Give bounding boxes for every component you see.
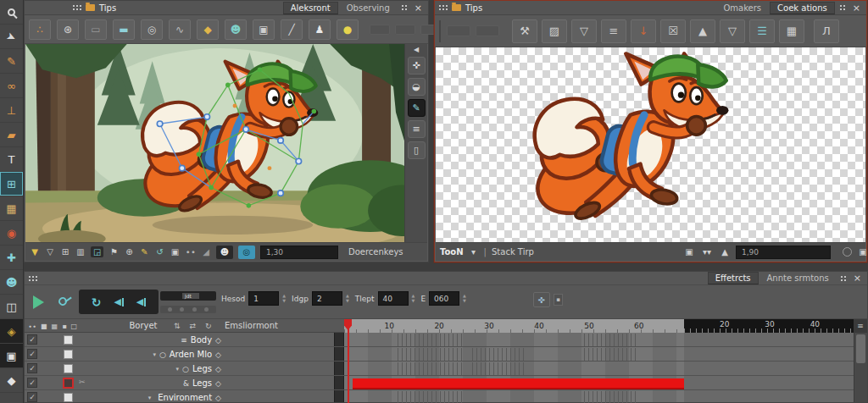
frames-area[interactable] xyxy=(344,347,684,361)
field-spinner[interactable]: ▲▼ xyxy=(346,294,349,303)
timeline-vertical-scrollbar[interactable] xyxy=(854,333,867,402)
import-button[interactable]: ↓ xyxy=(631,19,656,43)
cycle-button[interactable]: ↺ xyxy=(154,247,164,257)
panel-tab[interactable]: Observing xyxy=(340,3,397,14)
frame-tool-button[interactable]: ▣ xyxy=(0,344,23,368)
play-button[interactable] xyxy=(33,295,44,309)
image-tool-button[interactable]: ▦ xyxy=(0,196,23,221)
region-button[interactable]: ▬ xyxy=(113,19,135,40)
field-spinner[interactable]: ▲▼ xyxy=(282,294,286,303)
ghost-mode-button[interactable]: ☻ xyxy=(216,246,233,259)
target-button[interactable]: ◎ xyxy=(141,19,163,40)
corner-button[interactable]: ◢ xyxy=(201,247,211,257)
dots-icon[interactable]: ∙∙ xyxy=(28,323,36,330)
field-spinner[interactable]: ▲▼ xyxy=(463,294,466,303)
slash-button[interactable]: ╱ xyxy=(281,19,303,40)
zoom-input[interactable]: 1,90 xyxy=(736,246,831,259)
frames-area-extended[interactable] xyxy=(684,390,855,402)
close-icon[interactable]: × xyxy=(850,3,863,14)
swap-icon[interactable]: ⇄ xyxy=(190,322,197,330)
record-tool-button[interactable]: ◉ xyxy=(0,221,23,246)
panel-grip[interactable] xyxy=(839,4,846,11)
fox-character[interactable] xyxy=(124,49,346,239)
sort-icon[interactable]: ⇅ xyxy=(174,322,181,330)
layers-tool-button[interactable]: ◫ xyxy=(0,295,23,319)
levels-button[interactable]: ☰ xyxy=(749,19,775,43)
scene-canvas[interactable] xyxy=(25,44,406,243)
frame-ruler[interactable]: 102030405060 xyxy=(344,319,684,333)
center-button[interactable]: ⊕ xyxy=(124,247,134,257)
frames-area[interactable] xyxy=(344,333,684,346)
character-button[interactable]: ☻ xyxy=(225,19,247,40)
fox-character[interactable] xyxy=(510,49,763,240)
figure-button[interactable]: ♟ xyxy=(309,19,331,40)
keyframe-diamond-icon[interactable]: ◇ xyxy=(215,351,221,359)
field-value-input[interactable]: 40 xyxy=(378,291,409,306)
circle-button[interactable] xyxy=(843,247,852,257)
up-button[interactable]: ▲ xyxy=(690,19,715,43)
panel-tab[interactable]: Omakers xyxy=(716,3,768,14)
expand-chevron-icon[interactable]: ▾ xyxy=(153,351,156,358)
frames-area-extended[interactable] xyxy=(684,362,855,375)
table-button[interactable]: ▦ xyxy=(779,19,804,43)
transform-tool-button[interactable]: ⊞ xyxy=(0,172,23,196)
dots-button[interactable]: ∙∙ xyxy=(185,247,196,257)
gauge-button[interactable]: ◒ xyxy=(408,78,426,96)
panel-grip[interactable] xyxy=(438,4,448,11)
pan-button[interactable]: ✜ xyxy=(533,292,550,307)
layer-name[interactable]: Body xyxy=(191,335,212,345)
tag-tool-button[interactable]: ◈ xyxy=(0,319,23,344)
visibility-checkbox[interactable]: ✓ xyxy=(27,363,37,373)
slot-button[interactable]: ▭ xyxy=(85,19,107,40)
field-value-input[interactable]: 2 xyxy=(312,291,342,306)
save-button[interactable]: ▯ xyxy=(408,141,426,159)
flower-button[interactable]: ⊛ xyxy=(57,19,79,40)
mini-button[interactable]: ▪ xyxy=(554,294,563,306)
particles-button[interactable]: ∴ xyxy=(29,19,51,40)
panel-grip[interactable] xyxy=(401,4,408,11)
clear-button[interactable]: ☒ xyxy=(660,19,686,43)
frame-button[interactable]: ▣ xyxy=(253,19,275,40)
eject-button[interactable]: ▲ xyxy=(720,247,730,257)
Environment[interactable]: ✓ ▾ Environment ◇ xyxy=(25,390,867,402)
Body[interactable]: ✓ ≡ Body ◇ xyxy=(25,333,867,347)
shape-tool-button[interactable]: ◆ xyxy=(0,368,23,393)
frames-area-extended[interactable] xyxy=(684,347,855,361)
layer-name[interactable]: Legs xyxy=(192,378,212,388)
pen-small-button[interactable]: ✎ xyxy=(139,247,149,257)
carets-button[interactable]: ▾▾ xyxy=(702,247,712,257)
filter-button[interactable]: ▽ xyxy=(45,247,55,257)
close-icon[interactable]: × xyxy=(851,273,864,284)
expand-chevron-icon[interactable]: ▾ xyxy=(176,366,180,373)
asset-canvas[interactable] xyxy=(436,47,865,242)
ghost-tool-button[interactable]: ☻ xyxy=(0,270,23,295)
solid-icon[interactable]: ■ xyxy=(41,323,47,330)
frames-area-extended[interactable] xyxy=(684,333,855,346)
funnel-button[interactable]: ▽ xyxy=(720,19,745,43)
filter-filled-button[interactable]: ▼ xyxy=(30,247,40,257)
step-back-button[interactable]: ◀ xyxy=(136,296,146,307)
list-button[interactable]: ≡ xyxy=(408,120,426,138)
Arden Mlo[interactable]: ✓ ▾ ○ Arden Mlo ◇ xyxy=(25,347,867,362)
bucket-button[interactable]: ◆ xyxy=(197,19,219,40)
collapse-arrow-icon[interactable]: ◀ xyxy=(414,46,419,53)
flag-button[interactable]: ⚑ xyxy=(108,247,119,257)
eraser-tool-button[interactable]: ▰ xyxy=(0,123,23,147)
mesh-edit-button[interactable]: ✎ xyxy=(408,99,426,117)
rig-button[interactable]: ⚒ xyxy=(512,19,537,43)
panel-grip[interactable] xyxy=(72,4,81,11)
panel-tab[interactable]: Effetrcts xyxy=(708,272,759,284)
frames-area[interactable] xyxy=(344,362,684,375)
chevron-down-icon[interactable]: ▾ xyxy=(469,247,479,257)
text-tool-button[interactable]: T xyxy=(0,147,23,172)
step-back-button[interactable]: ◀ xyxy=(114,296,123,307)
visibility-checkbox[interactable]: ✓ xyxy=(27,334,37,345)
stamp-tool-button[interactable]: ⊥ xyxy=(0,98,23,123)
field-spinner[interactable]: ▲▼ xyxy=(412,294,415,303)
list-button[interactable]: ≡ xyxy=(601,19,626,43)
selected-keyframe-span[interactable] xyxy=(353,378,684,389)
bone-tool-button[interactable]: ∞ xyxy=(0,74,23,98)
grid-icon[interactable]: ▦ xyxy=(52,323,58,330)
keyframe-diamond-icon[interactable]: ◇ xyxy=(215,365,221,373)
close-icon[interactable]: × xyxy=(412,3,425,14)
